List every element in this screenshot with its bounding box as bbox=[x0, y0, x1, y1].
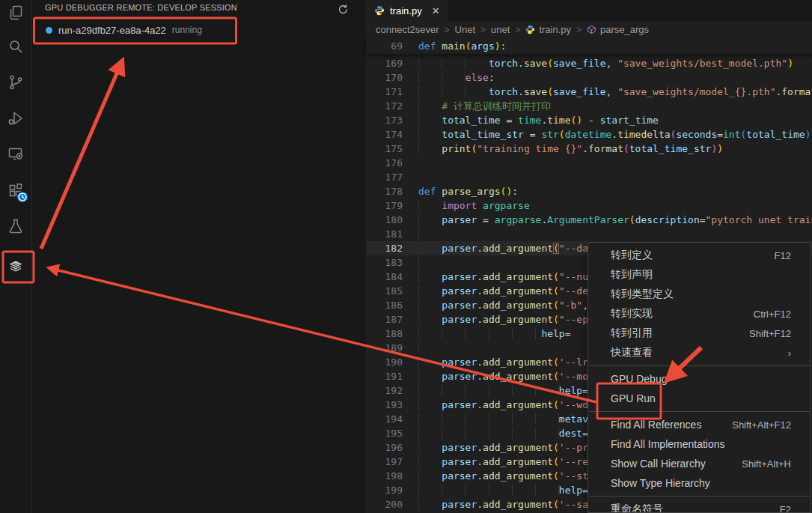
editor-context-menu: 转到定义F12转到声明转到类型定义转到实现Ctrl+F12转到引用Shift+F… bbox=[587, 242, 811, 513]
line-number: 169 bbox=[366, 56, 403, 70]
menu-item-label: 重命名符号 bbox=[611, 503, 663, 513]
session-item[interactable]: run-a29dfb27-ea8a-4a22 running bbox=[34, 17, 273, 43]
refresh-icon[interactable] bbox=[336, 2, 349, 16]
menu-item-gpu-debug[interactable]: GPU Debug bbox=[588, 369, 811, 389]
session-label: run-a29dfb27-ea8a-4a22 bbox=[58, 25, 166, 36]
sidebar-title: GPU DEBUGGER REMOTE: DEVELOP SESSION bbox=[45, 3, 237, 12]
source-control-icon[interactable] bbox=[7, 73, 25, 91]
testing-icon[interactable] bbox=[7, 217, 25, 235]
session-status: running bbox=[172, 25, 202, 35]
python-icon bbox=[525, 25, 535, 34]
breadcrumb-item-folder[interactable]: unet bbox=[491, 24, 510, 35]
menu-item-快速查看[interactable]: 快速查看› bbox=[588, 343, 811, 362]
menu-item-转到实现[interactable]: 转到实现Ctrl+F12 bbox=[588, 304, 811, 324]
code-line-175[interactable]: 175 print("training time {}".format(tota… bbox=[366, 142, 812, 156]
sticky-scroll-line[interactable]: 69 def main(args): bbox=[366, 38, 812, 54]
code-line-170[interactable]: 170 else: bbox=[366, 70, 812, 85]
line-code: import argparse bbox=[403, 198, 530, 213]
menu-item-show-type-hierarchy[interactable]: Show Type Hierarchy bbox=[588, 473, 811, 493]
menu-shortcut: Shift+F12 bbox=[749, 328, 791, 339]
code-line-180[interactable]: 180 parser = argparse.ArgumentParser(des… bbox=[366, 213, 812, 227]
line-code: parser.add_argument('--st bbox=[403, 469, 588, 483]
code-line-172[interactable]: 172 # 计算总训练时间并打印 bbox=[366, 99, 812, 113]
line-number: 200 bbox=[366, 497, 403, 512]
code-line-173[interactable]: 173 total_time = time.time() - start_tim… bbox=[366, 113, 812, 127]
line-code: parser.add_argument('--re bbox=[403, 455, 588, 469]
chevron-right-icon: > bbox=[576, 25, 581, 35]
line-number: 196 bbox=[366, 440, 403, 455]
menu-item-转到声明[interactable]: 转到声明 bbox=[588, 265, 811, 285]
menu-item-转到类型定义[interactable]: 转到类型定义 bbox=[588, 285, 811, 304]
line-number: 184 bbox=[366, 270, 403, 284]
line-number: 188 bbox=[366, 327, 403, 341]
menu-item-转到定义[interactable]: 转到定义F12 bbox=[588, 246, 811, 265]
menu-item-show-call-hierarchy[interactable]: Show Call HierarchyShift+Alt+H bbox=[588, 454, 811, 473]
chevron-right-icon: > bbox=[515, 25, 520, 35]
line-code: help= bbox=[403, 327, 571, 341]
line-code: print("training time {}".format(total_ti… bbox=[403, 142, 723, 156]
menu-item-find-all-implementations[interactable]: Find All Implementations bbox=[588, 434, 811, 454]
code-line-171[interactable]: 171 torch.save(save_file, "save_weights/… bbox=[366, 85, 812, 99]
tab-close-icon[interactable]: ✕ bbox=[432, 5, 440, 16]
breadcrumb-item-folder[interactable]: Unet bbox=[455, 24, 475, 35]
menu-item-gpu-run[interactable]: GPU Run bbox=[588, 389, 811, 408]
breadcrumb-item-symbol[interactable]: parse_args bbox=[587, 24, 649, 35]
menu-item-重命名符号[interactable]: 重命名符号F2 bbox=[588, 500, 811, 513]
line-code: help= bbox=[403, 383, 588, 398]
python-icon bbox=[374, 5, 385, 16]
line-number: 178 bbox=[366, 184, 403, 198]
line-code: parser.add_argument("--da bbox=[403, 241, 588, 255]
menu-shortcut: Ctrl+F12 bbox=[754, 309, 791, 320]
line-code bbox=[403, 255, 442, 270]
line-number: 172 bbox=[366, 99, 403, 113]
code-line-179[interactable]: 179 import argparse bbox=[366, 198, 812, 213]
code-line-178[interactable]: 178def parse_args(): bbox=[366, 184, 812, 198]
line-number: 198 bbox=[366, 469, 403, 483]
menu-separator bbox=[589, 365, 810, 366]
explorer-icon[interactable] bbox=[7, 4, 25, 22]
line-code: parser.add_argument("--ep bbox=[403, 312, 588, 327]
menu-item-label: 快速查看 bbox=[611, 346, 653, 359]
tab-train-py[interactable]: train.py ✕ bbox=[366, 0, 448, 21]
line-code bbox=[403, 341, 442, 355]
line-number: 171 bbox=[366, 85, 403, 99]
menu-item-find-all-references[interactable]: Find All ReferencesShift+Alt+F12 bbox=[588, 415, 811, 434]
line-number: 187 bbox=[366, 312, 403, 327]
line-number: 191 bbox=[366, 369, 403, 383]
gpu-debugger-icon[interactable] bbox=[7, 257, 25, 275]
remote-explorer-icon[interactable] bbox=[7, 145, 25, 163]
line-code: metav bbox=[403, 412, 588, 426]
menu-item-label: Find All References bbox=[611, 419, 701, 431]
line-number: 175 bbox=[366, 142, 403, 156]
line-code: parser.add_argument('--lr bbox=[403, 355, 588, 369]
menu-item-label: Show Type Hierarchy bbox=[611, 477, 710, 489]
line-number: 194 bbox=[366, 412, 403, 426]
code-line-177[interactable]: 177 bbox=[366, 170, 812, 184]
sticky-line-number: 69 bbox=[366, 39, 403, 53]
line-code: # 计算总训练时间并打印 bbox=[403, 99, 551, 113]
code-line-169[interactable]: 169 torch.save(save_file, "save_weights/… bbox=[366, 56, 812, 70]
extensions-icon[interactable] bbox=[7, 182, 25, 200]
line-code: parser.add_argument('--sa bbox=[403, 497, 588, 512]
menu-item-label: 转到类型定义 bbox=[611, 288, 674, 301]
menu-separator bbox=[589, 411, 810, 412]
symbol-cube-icon bbox=[587, 25, 596, 34]
line-number: 192 bbox=[366, 383, 403, 398]
code-line-176[interactable]: 176 bbox=[366, 156, 812, 170]
line-number: 170 bbox=[366, 70, 403, 85]
line-number: 185 bbox=[366, 284, 403, 298]
code-line-174[interactable]: 174 total_time_str = str(datetime.timede… bbox=[366, 127, 812, 142]
menu-shortcut: F2 bbox=[780, 504, 791, 513]
line-code: parser = argparse.ArgumentParser(descrip… bbox=[403, 213, 812, 227]
search-icon[interactable] bbox=[7, 37, 25, 55]
menu-item-转到引用[interactable]: 转到引用Shift+F12 bbox=[588, 324, 811, 343]
code-line-181[interactable]: 181 bbox=[366, 227, 812, 241]
line-number: 174 bbox=[366, 127, 403, 142]
breadcrumb-item-file[interactable]: train.py bbox=[525, 24, 571, 35]
menu-item-label: 转到声明 bbox=[611, 268, 653, 282]
line-code: parser.add_argument("--nu bbox=[403, 270, 588, 284]
breadcrumb-item-folder[interactable]: connect2sever bbox=[376, 24, 439, 35]
run-and-debug-icon[interactable] bbox=[7, 109, 25, 127]
line-code: parser.add_argument("--de bbox=[403, 284, 588, 298]
extensions-clock-badge bbox=[16, 191, 28, 203]
